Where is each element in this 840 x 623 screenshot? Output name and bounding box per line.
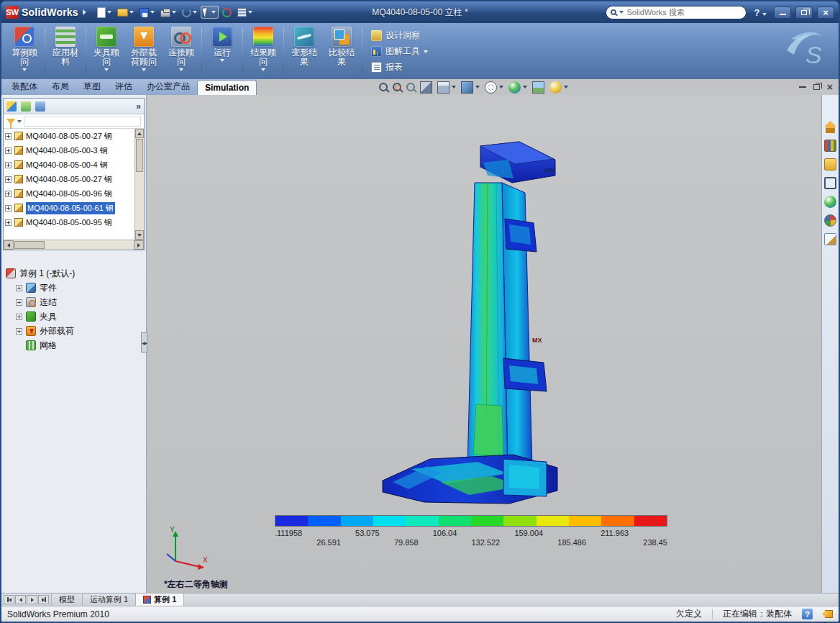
quick-tips-icon[interactable]: ? xyxy=(802,609,813,619)
run-button[interactable]: 运行 xyxy=(204,25,241,63)
search-box[interactable] xyxy=(606,6,747,19)
tree-row[interactable]: MQ4040-08-05-00-27 钢 xyxy=(4,172,134,186)
decals-icon[interactable] xyxy=(824,214,836,227)
search-scope-dropdown-icon[interactable] xyxy=(619,11,624,14)
previous-tab-button[interactable] xyxy=(15,595,26,604)
new-document-button[interactable] xyxy=(95,6,114,19)
tab-motion-study[interactable]: 运动算例 1 xyxy=(83,594,136,606)
save-button[interactable] xyxy=(137,6,157,19)
open-dropdown-icon[interactable] xyxy=(129,11,134,14)
zoom-area-icon[interactable] xyxy=(393,83,401,91)
edit-appearance-dropdown-icon[interactable] xyxy=(523,86,527,88)
study-item-connections[interactable]: 连结 xyxy=(16,295,145,309)
window-close-button[interactable]: × xyxy=(817,6,834,19)
tree-row[interactable]: MQ4040-08-05-00-3 钢 xyxy=(4,143,134,158)
previous-view-icon[interactable] xyxy=(406,83,415,91)
view-palette-icon[interactable] xyxy=(824,177,836,189)
connections-advisor-dropdown-icon[interactable] xyxy=(179,68,183,71)
document-restore-icon[interactable] xyxy=(813,84,820,90)
scroll-thumb[interactable] xyxy=(136,139,143,172)
select-dropdown-icon[interactable] xyxy=(211,11,216,14)
filter-funnel-icon[interactable] xyxy=(6,119,15,124)
tab-sketch[interactable]: 草图 xyxy=(76,78,108,95)
tab-layout[interactable]: 布局 xyxy=(45,78,76,95)
study-item-mesh[interactable]: 网格 xyxy=(16,338,145,353)
graphics-area[interactable]: MN MX .111958 26.591 53.075 79.858 106.0… xyxy=(147,95,821,593)
scroll-track[interactable] xyxy=(45,240,134,250)
menu-expand-icon[interactable] xyxy=(83,9,86,15)
view-orientation-dropdown-icon[interactable] xyxy=(452,86,456,88)
scroll-up-button[interactable] xyxy=(135,129,144,138)
tab-simulation[interactable]: Simulation xyxy=(197,80,257,95)
featuremanager-tab-icon[interactable] xyxy=(6,101,17,112)
edit-appearance-icon[interactable] xyxy=(508,81,521,94)
study-advisor-button[interactable]: 算例顾问 xyxy=(6,25,43,73)
first-tab-button[interactable] xyxy=(4,595,14,604)
study-advisor-dropdown-icon[interactable] xyxy=(22,68,27,71)
vertical-scrollbar[interactable] xyxy=(134,129,144,240)
expand-icon[interactable] xyxy=(5,219,12,226)
compare-results-button[interactable]: 比较结果 xyxy=(323,25,360,68)
tab-assembly[interactable]: 装配体 xyxy=(4,78,45,95)
view-settings-dropdown-icon[interactable] xyxy=(564,86,568,88)
expand-icon[interactable] xyxy=(5,205,12,212)
scroll-right-button[interactable] xyxy=(134,240,144,250)
report-button[interactable]: 报表 xyxy=(368,60,431,75)
hide-show-items-icon[interactable] xyxy=(485,81,497,94)
tab-model[interactable]: 模型 xyxy=(52,594,83,606)
filter-dropdown-icon[interactable] xyxy=(17,120,22,123)
study-item-fixtures[interactable]: 夹具 xyxy=(16,309,145,324)
fea-model[interactable] xyxy=(361,131,591,519)
panel-splitter[interactable]: ◀▶ xyxy=(141,332,147,353)
filter-input[interactable] xyxy=(24,117,141,127)
tab-office-products[interactable]: 办公室产品 xyxy=(140,78,197,95)
expand-icon[interactable] xyxy=(5,176,12,183)
save-dropdown-icon[interactable] xyxy=(150,11,155,14)
display-style-dropdown-icon[interactable] xyxy=(475,86,480,88)
apply-material-button[interactable]: 应用材料 xyxy=(47,25,84,68)
custom-properties-icon[interactable] xyxy=(824,233,836,245)
run-dropdown-icon[interactable] xyxy=(220,59,224,62)
view-settings-icon[interactable] xyxy=(549,81,562,94)
resources-home-icon[interactable] xyxy=(824,121,836,133)
expand-icon[interactable] xyxy=(16,314,22,320)
results-advisor-dropdown-icon[interactable] xyxy=(261,68,265,71)
expand-icon[interactable] xyxy=(5,133,12,140)
flyout-expand-icon[interactable]: » xyxy=(136,101,141,112)
undo-dropdown-icon[interactable] xyxy=(193,11,197,14)
last-tab-button[interactable] xyxy=(38,595,49,604)
rebuild-button[interactable] xyxy=(220,6,234,19)
study-item-parts[interactable]: 零件 xyxy=(16,281,145,295)
hide-show-dropdown-icon[interactable] xyxy=(499,86,503,88)
file-explorer-icon[interactable] xyxy=(824,158,836,170)
next-tab-button[interactable] xyxy=(27,595,37,604)
view-orientation-icon[interactable] xyxy=(437,81,449,94)
deformed-result-button[interactable]: 变形结果 xyxy=(286,25,323,68)
undo-button[interactable] xyxy=(180,6,199,19)
propertymanager-tab-icon[interactable] xyxy=(21,101,31,112)
fixtures-advisor-dropdown-icon[interactable] xyxy=(104,68,109,71)
window-minimize-button[interactable] xyxy=(774,6,791,19)
window-restore-button[interactable] xyxy=(795,6,813,19)
tree-row[interactable]: MQ4040-08-05-00-95 钢 xyxy=(4,215,134,229)
options-dropdown-icon[interactable] xyxy=(248,11,252,14)
design-library-icon[interactable] xyxy=(824,140,836,152)
external-loads-dropdown-icon[interactable] xyxy=(142,68,146,71)
expand-icon[interactable] xyxy=(5,191,12,197)
tab-evaluate[interactable]: 评估 xyxy=(108,78,140,95)
horizontal-scrollbar[interactable] xyxy=(4,240,144,250)
open-button[interactable] xyxy=(115,7,136,18)
select-button[interactable] xyxy=(201,6,219,19)
print-dropdown-icon[interactable] xyxy=(172,11,176,14)
expand-icon[interactable] xyxy=(16,299,22,306)
document-minimize-icon[interactable] xyxy=(799,86,806,88)
configurationmanager-tab-icon[interactable] xyxy=(35,101,45,112)
fixtures-advisor-button[interactable]: 夹具顾问 xyxy=(88,25,125,73)
expand-icon[interactable] xyxy=(5,147,12,154)
print-button[interactable] xyxy=(158,6,178,19)
tag-icon[interactable] xyxy=(823,610,833,618)
scroll-down-button[interactable] xyxy=(135,230,144,240)
help-button[interactable]: ? xyxy=(751,7,770,18)
tree-row[interactable]: MQ4040-08-05-00-4 钢 xyxy=(4,158,134,172)
plot-tools-button[interactable]: 图解工具 xyxy=(368,44,431,59)
